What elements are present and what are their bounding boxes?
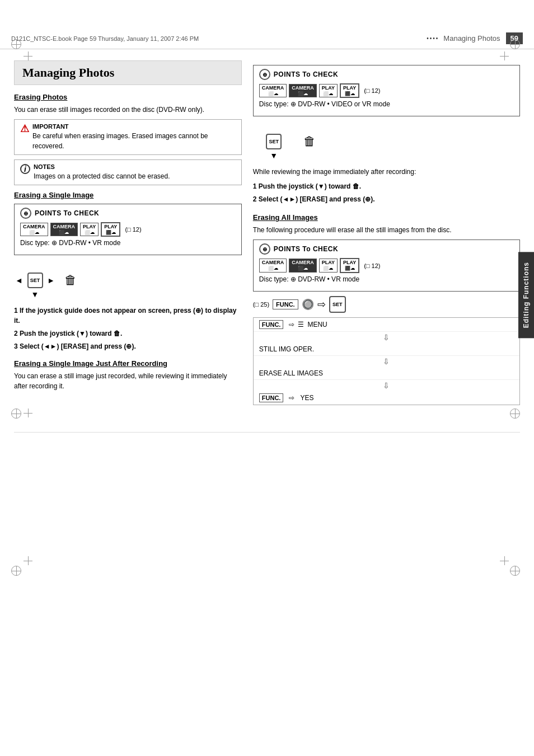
important-label: IMPORTANT: [32, 123, 236, 130]
down-arrow: ▼: [31, 290, 39, 299]
set-btn-top: SET: [266, 134, 282, 149]
play-icon-1: ⬜☁: [85, 230, 95, 236]
important-box: ⚠ IMPORTANT Be careful when erasing imag…: [14, 119, 242, 155]
joystick-nav-top: SET ▼: [253, 122, 295, 161]
camera-t2-icon: ⬛☁: [298, 91, 308, 97]
after-recording-intro: While reviewing the image immediately af…: [253, 167, 520, 177]
play-badge-a1: PLAY ⬜☁: [319, 259, 338, 272]
camera-a2-icon: ⬛☁: [298, 266, 308, 271]
badges-row-top: CAMERA ⬜☁ CAMERA ⬛☁ PLAY ⬜☁ PLAY ⬛☁: [259, 83, 514, 98]
play-a1-icon: ⬜☁: [323, 266, 333, 271]
main-content: Managing Photos Erasing Photos You can e…: [0, 49, 534, 421]
right-column: ⊕ POINTS To CHECK CAMERA ⬜☁ CAMERA ⬛☁ PL…: [253, 60, 520, 410]
down-arrow-top: ▼: [270, 151, 278, 160]
badges-row-all: CAMERA ⬜☁ CAMERA ⬛☁ PLAY ⬜☁ PLAY ⬛☁: [259, 258, 514, 273]
dots-decoration: ••••: [427, 35, 439, 41]
camera-badge-active: CAMERA ⬛☁: [50, 223, 78, 236]
camera-badge-t2: CAMERA ⬛☁: [289, 84, 317, 97]
page-right: •••• Managing Photos 59: [427, 32, 523, 44]
camera-t1-icon: ⬜☁: [268, 91, 278, 97]
play-t1-label: PLAY: [322, 85, 335, 91]
camera-badge-a2: CAMERA ⬛☁: [289, 259, 317, 272]
menu-display: FUNC. ⇨ ☰ MENU ⇩ STILL IMG OPER. ⇩ ERASE…: [253, 317, 520, 405]
notes-label: NOTES: [34, 163, 170, 170]
header-page-title: Managing Photos: [443, 34, 500, 43]
menu-arrow-1: ⇨: [289, 321, 294, 328]
points-title-top: POINTS To CHECK: [274, 71, 338, 78]
corner-tr-inner: [500, 51, 509, 60]
camera-a2-label: CAMERA: [292, 260, 314, 266]
menu-icon: ☰: [298, 321, 304, 328]
set-button: SET: [27, 273, 43, 288]
play-t1-icon: ⬜☁: [323, 91, 333, 97]
important-content: IMPORTANT Be careful when erasing images…: [32, 123, 236, 151]
erasing-all-body: The following procedure will erase all t…: [253, 225, 520, 235]
points-title-all: POINTS To CHECK: [274, 245, 338, 253]
right-arrow: ►: [47, 276, 55, 285]
bottom-area: [14, 432, 520, 589]
camera-badge-inactive: CAMERA ⬜☁: [20, 223, 48, 236]
left-column: Managing Photos Erasing Photos You can e…: [14, 60, 242, 410]
corner-bl-outer: [11, 566, 21, 577]
play-a1-label: PLAY: [322, 260, 335, 266]
control-diagram-single: SET ◄ ► ▼ 🗑: [14, 261, 242, 300]
step-r1: 1 Push the joystick (▼) toward 🗑.: [253, 181, 520, 191]
points-title: POINTS To CHECK: [35, 209, 99, 217]
page-ref-all: (□ 12): [364, 262, 380, 269]
points-icon-all: ⊕: [259, 243, 270, 255]
mid-right-cross: [510, 408, 520, 420]
page-ref-single: (□ 12): [125, 226, 141, 233]
camera-label-2: CAMERA: [53, 224, 76, 230]
points-check-top: ⊕ POINTS To CHECK CAMERA ⬜☁ CAMERA ⬛☁ PL…: [253, 65, 520, 116]
notes-text: Images on a protected disc cannot be era…: [34, 171, 170, 181]
erasing-after-subtitle: Erasing a Single Image Just After Record…: [14, 359, 242, 368]
func-button: FUNC.: [273, 299, 298, 309]
badges-row: CAMERA ⬜☁ CAMERA ⬛☁ PLAY ⬜☁ PLAY ⬛☁: [20, 222, 236, 237]
corner-tr-outer: [510, 39, 520, 51]
points-header-all: ⊕ POINTS To CHECK: [259, 243, 514, 255]
play-badge-a2: PLAY ⬛☁: [340, 258, 359, 273]
corner-br-outer: [510, 566, 520, 577]
play-t2-icon: ⬛☁: [345, 91, 355, 97]
points-header: ⊕ POINTS To CHECK: [20, 208, 236, 219]
erasing-all-subtitle: Erasing All Images: [253, 213, 520, 222]
yes-label: YES: [300, 394, 313, 402]
section-title: Managing Photos: [14, 60, 242, 85]
yes-arrow: ⇨: [289, 394, 294, 402]
step-1: 1 If the joystick guide does not appear …: [14, 306, 242, 326]
func-label-menu: FUNC.: [259, 320, 284, 329]
camera-label-1: CAMERA: [23, 224, 45, 230]
camera-a1-label: CAMERA: [262, 260, 284, 266]
menu-row-yes: FUNC. ⇨ YES: [254, 391, 519, 405]
play-badge-active: PLAY ⬛☁: [101, 222, 120, 237]
side-tab: Editing Functions: [518, 252, 534, 338]
trash-icon: 🗑: [64, 273, 77, 288]
camera-badge-a1: CAMERA ⬜☁: [259, 259, 287, 272]
erasing-photos-body: You can erase still images recorded on t…: [14, 105, 242, 115]
arrow-down-3: ⇩: [254, 380, 519, 391]
notes-box: i NOTES Images on a protected disc canno…: [14, 159, 242, 185]
info-icon: i: [20, 164, 30, 174]
delete-icon-area: 🗑: [64, 273, 77, 288]
func-set-button: SET: [329, 296, 346, 313]
corner-tl-inner: [24, 51, 32, 60]
play-a2-label: PLAY: [343, 260, 356, 266]
disc-type-top: Disc type: ⊕ DVD-RW • VIDEO or VR mode: [259, 100, 514, 108]
file-info: D121C_NTSC-E.book Page 59 Thursday, Janu…: [11, 35, 199, 42]
camera-icon-1: ⬜☁: [29, 230, 39, 236]
page-ref-top: (□ 12): [364, 87, 380, 94]
disc-type-all: Disc type: ⊕ DVD-RW • VR mode: [259, 275, 514, 283]
step-2: 2 Push the joystick (▼) toward 🗑.: [14, 328, 242, 339]
step-3: 3 Select (◄►) [ERASE] and press (⊕).: [14, 341, 242, 351]
camera-icon-2: ⬛☁: [59, 230, 69, 236]
camera-badge-t1: CAMERA ⬜☁: [259, 84, 287, 97]
camera-t2-label: CAMERA: [292, 85, 314, 91]
play-icon-2: ⬛☁: [106, 230, 116, 236]
points-icon-top: ⊕: [259, 69, 270, 80]
arrow-down-1: ⇩: [254, 332, 519, 343]
page-header: D121C_NTSC-E.book Page 59 Thursday, Janu…: [0, 28, 534, 49]
play-badge-inactive: PLAY ⬜☁: [80, 223, 99, 236]
arrow-down-2: ⇩: [254, 356, 519, 367]
important-text: Be careful when erasing images. Erased i…: [32, 131, 236, 151]
camera-t1-label: CAMERA: [262, 85, 284, 91]
